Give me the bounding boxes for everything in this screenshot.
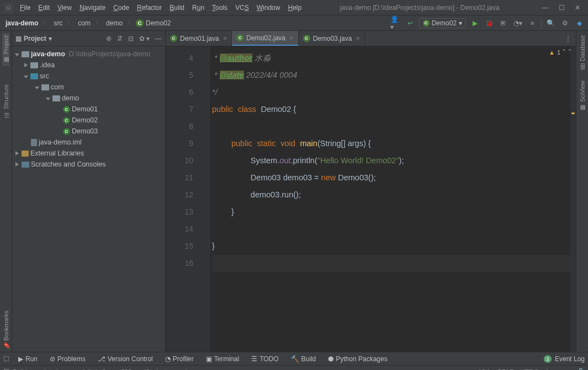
settings-icon[interactable]: ⚙ <box>559 18 570 29</box>
tree-external-libraries[interactable]: External Libraries <box>12 148 165 159</box>
tool-event-log[interactable]: Event Log <box>555 355 585 363</box>
left-tool-stripe: ▦ Project ☰ Structure 🔖 Bookmarks <box>0 31 12 352</box>
ide-icon[interactable]: ◆ <box>574 18 585 29</box>
expand-all-icon[interactable]: ⇵ <box>117 35 123 42</box>
class-icon: C <box>236 34 243 41</box>
line-separator[interactable]: CRLF <box>497 368 513 371</box>
close-tab-icon[interactable]: × <box>356 34 360 42</box>
chevron-right-icon: 〉 <box>43 18 49 28</box>
tool-window-quick-access[interactable]: ☐ <box>3 355 9 363</box>
tab-demo02[interactable]: C Demo02.java × <box>232 31 298 46</box>
menu-window[interactable]: Window <box>253 2 284 14</box>
tab-demo03[interactable]: C Demo03.java × <box>299 31 365 46</box>
tree-class-demo02[interactable]: C Demo02 <box>12 115 165 126</box>
separator <box>541 18 542 28</box>
tool-build[interactable]: 🔨 Build <box>288 355 320 363</box>
tree-src[interactable]: src <box>12 71 165 82</box>
code-content[interactable]: * @author 水淼 * @date 2022/4/4 0004 */ pu… <box>210 46 576 352</box>
project-view-selector[interactable]: ▦ Project ▾ <box>15 35 52 42</box>
tree-com[interactable]: com <box>12 82 165 93</box>
menu-edit[interactable]: Edit <box>35 2 53 14</box>
crumb-com[interactable]: com <box>76 18 93 28</box>
file-encoding[interactable]: UTF-8 <box>520 368 538 371</box>
stop-button[interactable]: ■ <box>527 18 538 29</box>
close-tab-icon[interactable]: × <box>223 34 227 42</box>
editor-area: C Demo01.java × C Demo02.java × C Demo03… <box>166 31 576 352</box>
menu-view[interactable]: View <box>54 2 75 14</box>
tool-project[interactable]: ▦ Project <box>2 33 9 66</box>
tree-class-demo03[interactable]: C Demo03 <box>12 126 165 137</box>
tool-todo[interactable]: ☰ TODO <box>248 355 282 363</box>
tool-terminal[interactable]: ▣ Terminal <box>203 355 242 363</box>
tab-actions-icon[interactable]: ⋮ <box>560 31 576 46</box>
menu-tools[interactable]: Tools <box>209 2 231 14</box>
back-icon[interactable]: ↩ <box>405 18 416 29</box>
caret-position[interactable]: 16:1 <box>478 368 490 371</box>
scratches-icon <box>22 162 29 168</box>
error-stripe[interactable] <box>570 46 576 352</box>
tool-problems[interactable]: ⊘ Problems <box>46 355 89 363</box>
project-tree[interactable]: java-demo D:\IdeaProjects\java-demo .ide… <box>12 46 165 172</box>
tree-class-demo01[interactable]: C Demo01 <box>12 104 165 115</box>
status-toggle-icon[interactable]: ☐ <box>3 368 9 371</box>
tool-run[interactable]: ▶ Run <box>15 355 41 363</box>
select-opened-icon[interactable]: ⊕ <box>106 35 112 42</box>
tree-idea[interactable]: .idea <box>12 60 165 71</box>
crumb-project[interactable]: java-demo <box>3 18 40 28</box>
menu-help[interactable]: Help <box>284 2 305 14</box>
menu-code[interactable]: Code <box>110 2 133 14</box>
editor-tabs: C Demo01.java × C Demo02.java × C Demo03… <box>166 31 576 46</box>
tree-root[interactable]: java-demo D:\IdeaProjects\java-demo <box>12 49 165 60</box>
menu-navigate[interactable]: Navigate <box>76 2 109 14</box>
menu-build[interactable]: Build <box>166 2 188 14</box>
fold-gutter[interactable] <box>200 46 210 352</box>
add-user-icon[interactable]: 👤▾ <box>390 18 401 29</box>
code-editor[interactable]: 4 5 6 ▶7 8 ▶9 10 11 12 13 14 15 16 * @au… <box>166 46 576 352</box>
breadcrumb: java-demo 〉 src 〉 com 〉 demo 〉 C Demo02 <box>0 18 171 28</box>
menu-run[interactable]: Run <box>189 2 208 14</box>
tool-version-control[interactable]: ⎇ Version Control <box>94 355 156 363</box>
menu-file[interactable]: File <box>17 2 34 14</box>
tool-profiler[interactable]: ◔ Profiler <box>162 355 197 363</box>
inspection-widget[interactable]: ▲ 1 ˄ ˅ <box>549 49 571 56</box>
file-icon <box>31 139 37 146</box>
minimize-button[interactable]: — <box>542 4 549 12</box>
toolbar-right: 👤▾ ↩ C Demo02 ▾ ▶ 🐞 ⛨ ◔▾ ■ 🔍 ⚙ ◆ <box>390 18 588 29</box>
main-menu: File Edit View Navigate Code Refactor Bu… <box>17 2 305 14</box>
settings-icon[interactable]: ✿ ▾ <box>139 35 150 42</box>
search-icon[interactable]: 🔍 <box>545 18 556 29</box>
collapse-all-icon[interactable]: ⊟ <box>128 35 134 42</box>
tool-python-packages[interactable]: ⬢ Python Packages <box>325 355 390 363</box>
coverage-button[interactable]: ⛨ <box>498 18 509 29</box>
maximize-button[interactable]: ☐ <box>559 4 565 12</box>
close-button[interactable]: ✕ <box>575 4 580 12</box>
readonly-lock-icon[interactable]: 🔓 <box>577 368 585 371</box>
tool-sciview[interactable]: ▦ SciView <box>579 78 586 114</box>
profiler-button[interactable]: ◔▾ <box>512 18 523 29</box>
main-area: ▦ Project ☰ Structure 🔖 Bookmarks ▦ Proj… <box>0 31 588 352</box>
tool-structure[interactable]: ☰ Structure <box>2 82 9 121</box>
menu-refactor[interactable]: Refactor <box>134 2 165 14</box>
warning-mark[interactable] <box>571 112 575 114</box>
run-button[interactable]: ▶ <box>469 18 480 29</box>
hide-panel-icon[interactable]: — <box>155 35 162 42</box>
line-number-gutter[interactable]: 4 5 6 ▶7 8 ▶9 10 11 12 13 14 15 16 <box>166 46 200 352</box>
tab-demo01[interactable]: C Demo01.java × <box>166 31 232 46</box>
crumb-class[interactable]: C Demo02 <box>136 19 171 27</box>
crumb-src[interactable]: src <box>51 18 65 28</box>
class-icon: C <box>63 117 70 124</box>
menu-vcs[interactable]: VCS <box>232 2 252 14</box>
tree-scratches[interactable]: Scratches and Consoles <box>12 159 165 170</box>
tool-bookmarks[interactable]: 🔖 Bookmarks <box>2 308 9 352</box>
class-icon: C <box>423 20 430 26</box>
prev-highlight-icon[interactable]: ˄ <box>563 49 566 56</box>
run-config-selector[interactable]: C Demo02 ▾ <box>419 18 466 28</box>
debug-button[interactable]: 🐞 <box>484 18 495 29</box>
close-tab-icon[interactable]: × <box>289 34 294 42</box>
tree-iml[interactable]: java-demo.iml <box>12 137 165 148</box>
tool-database[interactable]: 🗄 Database <box>579 33 586 72</box>
crumb-demo[interactable]: demo <box>104 18 125 28</box>
indent-settings[interactable]: 4 spaces <box>545 368 570 371</box>
tree-demo[interactable]: demo <box>12 93 165 104</box>
app-logo: IJ <box>3 3 13 13</box>
